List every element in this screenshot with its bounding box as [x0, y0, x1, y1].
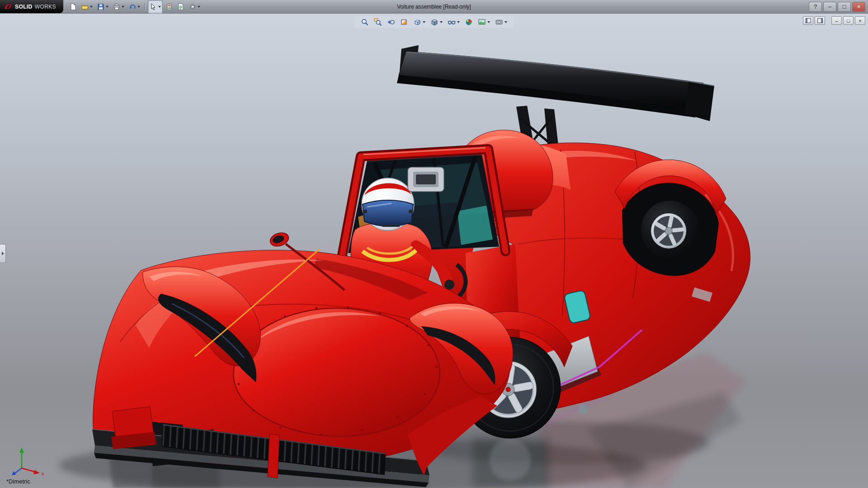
new-document-icon — [70, 3, 77, 10]
view-settings-icon — [495, 18, 503, 26]
viewport-canvas[interactable] — [0, 0, 868, 488]
view-settings-button[interactable] — [494, 18, 508, 27]
undo-caret[interactable] — [137, 6, 140, 8]
open-folder-icon — [81, 3, 89, 10]
options-gear-icon — [189, 3, 196, 10]
hide-show-items-button[interactable] — [447, 18, 461, 27]
headsup-view-toolbar — [354, 16, 514, 28]
apply-scene-icon — [478, 18, 486, 26]
app-name-light: WORKS — [35, 4, 56, 10]
view-orientation-icon — [413, 18, 421, 26]
doc-close-button[interactable]: × — [855, 16, 865, 25]
pane-toggle-left-icon — [806, 18, 811, 23]
doc-minimize-button[interactable]: – — [831, 16, 842, 25]
save-icon — [97, 3, 104, 10]
display-style-caret[interactable] — [440, 21, 443, 23]
pane-toggle-left-button[interactable] — [803, 16, 813, 25]
options-caret[interactable] — [198, 6, 200, 8]
doc-restore-button[interactable]: □ — [843, 16, 854, 25]
view-settings-caret[interactable] — [505, 21, 507, 23]
window-close-button[interactable]: × — [852, 2, 865, 12]
apply-scene-caret[interactable] — [487, 21, 490, 23]
open-caret[interactable] — [90, 6, 93, 8]
edit-appearance-button[interactable] — [464, 18, 474, 27]
undo-button[interactable] — [127, 0, 142, 14]
ds-logo-icon — [4, 3, 13, 10]
select-cursor-icon — [150, 3, 157, 10]
save-caret[interactable] — [106, 6, 108, 8]
task-pane-tab[interactable] — [0, 244, 6, 263]
undo-icon — [129, 3, 136, 10]
previous-view-button[interactable] — [386, 18, 396, 27]
hide-show-caret[interactable] — [457, 21, 460, 23]
display-style-icon — [430, 18, 439, 26]
section-view-icon — [400, 18, 408, 26]
print-caret[interactable] — [122, 6, 124, 8]
app-logo: SOLIDWORKS — [0, 0, 63, 13]
wing-endplate[interactable] — [684, 81, 714, 121]
right-rear-wheel[interactable] — [641, 201, 699, 258]
select-caret[interactable] — [158, 6, 161, 8]
view-orientation-button[interactable] — [412, 18, 426, 27]
document-window-controls: – □ × — [803, 16, 865, 25]
section-view-button[interactable] — [399, 18, 409, 27]
zoom-to-area-button[interactable] — [373, 18, 383, 27]
reference-triad: x — [6, 446, 47, 478]
pane-toggle-right-icon — [817, 18, 823, 23]
hide-show-items-icon — [448, 18, 456, 26]
save-button[interactable] — [95, 0, 110, 14]
zoom-to-fit-icon — [361, 18, 369, 26]
zoom-to-area-icon — [374, 18, 382, 26]
rebuild-icon — [165, 3, 173, 10]
file-properties-button[interactable] — [175, 0, 186, 14]
zoom-to-fit-button[interactable] — [360, 18, 370, 27]
print-button[interactable] — [111, 0, 126, 14]
display-style-button[interactable] — [429, 18, 443, 27]
toolbar-separator — [145, 3, 145, 11]
apply-scene-button[interactable] — [477, 18, 491, 27]
view-orientation-label: *Dimetric — [6, 478, 30, 485]
edit-appearance-icon — [465, 18, 473, 26]
document-title: Voiture assemblee [Read-only] — [397, 4, 471, 10]
print-icon — [113, 3, 120, 10]
titlebar: SOLIDWORKS — [0, 0, 868, 14]
pane-toggle-right-button[interactable] — [815, 16, 825, 25]
options-button[interactable] — [187, 0, 202, 14]
open-button[interactable] — [80, 0, 94, 14]
expand-arrow-icon — [2, 252, 4, 255]
triad-x-axis — [22, 468, 36, 472]
triad-z-axis — [14, 468, 22, 474]
help-button[interactable]: ? — [809, 2, 822, 12]
window-maximize-button[interactable]: □ — [838, 2, 851, 12]
view-orientation-caret[interactable] — [423, 21, 425, 23]
rebuild-button[interactable] — [164, 0, 175, 14]
select-button[interactable] — [148, 0, 163, 14]
triad-x-label: x — [42, 471, 44, 476]
window-controls: ? – □ × — [809, 2, 868, 12]
new-document-button[interactable] — [68, 0, 79, 14]
file-properties-icon — [177, 3, 184, 10]
window-minimize-button[interactable]: – — [823, 2, 836, 12]
driver-helmet[interactable] — [362, 178, 414, 230]
air-intake[interactable] — [408, 167, 444, 192]
app-name-bold: SOLID — [15, 4, 33, 10]
previous-view-icon — [387, 18, 395, 26]
hood-oval-panel[interactable] — [233, 308, 439, 436]
main-toolbar — [68, 0, 202, 14]
grille-center-pillar — [268, 434, 279, 478]
